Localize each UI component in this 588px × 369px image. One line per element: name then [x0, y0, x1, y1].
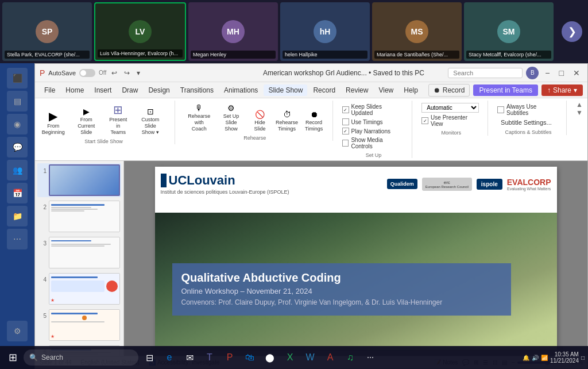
star-badge-4: ★	[51, 298, 55, 303]
maximize-btn[interactable]: □	[556, 68, 567, 78]
participant-1[interactable]: SP Stella Park, EVALCORP (she/...	[2, 2, 92, 61]
taskbar-more[interactable]: ⋯	[361, 348, 380, 367]
slide-thumb-4[interactable]: 4 ★	[37, 272, 121, 306]
menu-design[interactable]: Design	[144, 84, 174, 96]
user-avatar[interactable]: B	[526, 67, 539, 79]
from-current-label: FromCurrent Slide	[71, 117, 101, 135]
slide-preview-4: ★	[49, 273, 120, 305]
menu-slideshow[interactable]: Slide Show	[264, 84, 307, 96]
captions-group-title: Captions & Subtitles	[505, 127, 552, 135]
university-name: UCLouvain	[169, 173, 235, 188]
menu-file[interactable]: File	[40, 84, 60, 96]
sidebar-icon-3[interactable]: ◉	[7, 114, 28, 134]
sidebar-icon-2[interactable]: ▤	[7, 91, 28, 112]
record-timings-label: RecordTimings	[305, 120, 323, 132]
undo-btn[interactable]: ↩	[110, 69, 119, 77]
autosave-toggle[interactable]	[79, 69, 95, 77]
taskbar-chrome[interactable]: ⬤	[261, 348, 279, 367]
menu-help[interactable]: Help	[399, 84, 423, 96]
play-narrations-check[interactable]: ✓	[342, 128, 349, 134]
menu-insert[interactable]: Insert	[90, 84, 116, 96]
custom-slide-btn[interactable]: ⊡ Custom SlideShow ▾	[133, 106, 168, 136]
sidebar-icon-4[interactable]: 💬	[7, 137, 28, 157]
participant-4[interactable]: hH helen Hallpike	[280, 2, 370, 61]
keep-slides-check[interactable]: ✓	[342, 106, 349, 113]
rehearse-coach-label: Rehearsewith Coach	[187, 113, 211, 132]
slide-thumb-1[interactable]: 1	[37, 163, 121, 197]
taskbar-edge[interactable]: e	[160, 348, 179, 367]
taskbar-powerpoint[interactable]: P	[220, 348, 239, 367]
record-timings-btn[interactable]: ⏺ RecordTimings	[303, 109, 326, 133]
sidebar-icon-settings[interactable]: ⚙	[7, 321, 28, 341]
taskbar-outlook[interactable]: ✉	[180, 348, 199, 367]
slide-canvas[interactable]: UCLouvain Institut de sciences politique…	[155, 167, 557, 350]
taskbar-word[interactable]: W	[301, 348, 319, 367]
rehearse-timings-btn[interactable]: ⏱ RehearseTimings	[274, 109, 300, 133]
sidebar-icon-6[interactable]: 📅	[7, 183, 28, 203]
volume-icon[interactable]: 🔊	[532, 355, 539, 361]
avatar-6: SM	[497, 20, 520, 43]
hide-slide-btn[interactable]: 🚫 HideSlide	[249, 109, 272, 133]
subtitle-settings-btn[interactable]: Subtitle Settings...	[497, 118, 559, 127]
participant-5-name: Mariana de Santibañes (She/...	[374, 51, 459, 59]
sidebar-icon-7[interactable]: 📁	[7, 206, 28, 226]
slide-thumb-2[interactable]: 2	[37, 199, 121, 233]
participant-2[interactable]: LV Luis Vila-Henninger, Evalcorp (h...	[94, 2, 186, 61]
taskbar-clock[interactable]: 10:35 AM 11/21/2024	[550, 351, 579, 364]
taskbar-spotify[interactable]: ♫	[341, 348, 359, 367]
slide-image-area: Qualitative Abductive Coding Online Work…	[155, 213, 557, 350]
menu-home[interactable]: Home	[61, 84, 88, 96]
qat-more[interactable]: ▾	[135, 69, 142, 77]
sidebar-icon-1[interactable]: ⬛	[7, 68, 28, 89]
sidebar-icon-5[interactable]: 👥	[7, 160, 28, 180]
monitors-select[interactable]: Automatic	[421, 103, 479, 113]
start-button[interactable]: ⊞	[3, 348, 22, 367]
from-beginning-btn[interactable]: ▶ FromBeginning	[40, 109, 67, 137]
keep-slides-label: Keep Slides Updated	[351, 103, 405, 116]
presenter-view-row: ✓ Use Presenter View	[421, 114, 481, 128]
use-timings-check[interactable]	[342, 118, 349, 125]
present-teams-ribbon-btn[interactable]: ⊞ Presentin Teams	[106, 103, 130, 136]
share-button[interactable]: ↑ Share ▾	[541, 84, 583, 96]
slide-thumb-5[interactable]: 5 ★	[37, 308, 121, 342]
participant-3[interactable]: MH Megan Henley	[188, 2, 278, 61]
taskbar-store[interactable]: 🛍	[241, 348, 259, 367]
slide-thumb-3[interactable]: 3	[37, 236, 121, 270]
network-icon[interactable]: 📶	[541, 355, 548, 361]
ribbon-scroll-right[interactable]: ▲▼	[576, 101, 583, 117]
erc-text: erc	[425, 180, 469, 185]
teams-nav-next[interactable]: ❯	[562, 21, 582, 42]
taskbar-search[interactable]: 🔍 Search	[24, 349, 138, 366]
redo-btn[interactable]: ↪	[122, 69, 131, 77]
menu-transitions[interactable]: Transitions	[176, 84, 218, 96]
always-subtitles-check[interactable]	[497, 106, 504, 113]
menu-draw[interactable]: Draw	[117, 84, 142, 96]
sidebar-icon-8[interactable]: ⋯	[7, 229, 28, 249]
from-current-btn[interactable]: ▶ FromCurrent Slide	[69, 106, 103, 136]
notification-icon[interactable]: 🔔	[523, 355, 529, 361]
menu-view[interactable]: View	[374, 84, 398, 96]
setup-slideshow-btn[interactable]: ⚙ Set UpSlide Show	[216, 103, 246, 133]
taskbar-teams[interactable]: T	[200, 348, 219, 367]
notifications-btn[interactable]: □	[581, 355, 585, 361]
presenter-view-check[interactable]: ✓	[421, 117, 428, 124]
present-teams-button[interactable]: Present in Teams	[473, 84, 538, 96]
use-timings-row: Use Timings	[342, 118, 405, 126]
record-button[interactable]: ⏺ Record	[428, 84, 470, 97]
menu-animations[interactable]: Animations	[219, 84, 262, 96]
show-media-check[interactable]	[342, 140, 349, 147]
show-media-label: Show Media Controls	[351, 137, 405, 149]
minimize-btn[interactable]: −	[542, 68, 552, 78]
menu-record[interactable]: Record	[308, 84, 340, 96]
participant-6[interactable]: SM Stacy Metcalff, Evalcorp (she/...	[464, 2, 554, 61]
rehearse-coach-btn[interactable]: 🎙 Rehearsewith Coach	[184, 103, 214, 133]
ribbon-rehearse-row: 🎙 Rehearsewith Coach ⚙ Set UpSlide Show …	[184, 103, 325, 133]
menu-review[interactable]: Review	[341, 84, 373, 96]
taskbar-widgets[interactable]: ⊟	[140, 348, 158, 367]
search-input[interactable]	[448, 68, 523, 78]
thumb-content-4	[49, 274, 119, 304]
close-btn[interactable]: ✕	[570, 68, 583, 78]
taskbar-pdf[interactable]: A	[321, 348, 339, 367]
participant-5[interactable]: MS Mariana de Santibañes (She/...	[372, 2, 462, 61]
taskbar-excel[interactable]: X	[281, 348, 299, 367]
